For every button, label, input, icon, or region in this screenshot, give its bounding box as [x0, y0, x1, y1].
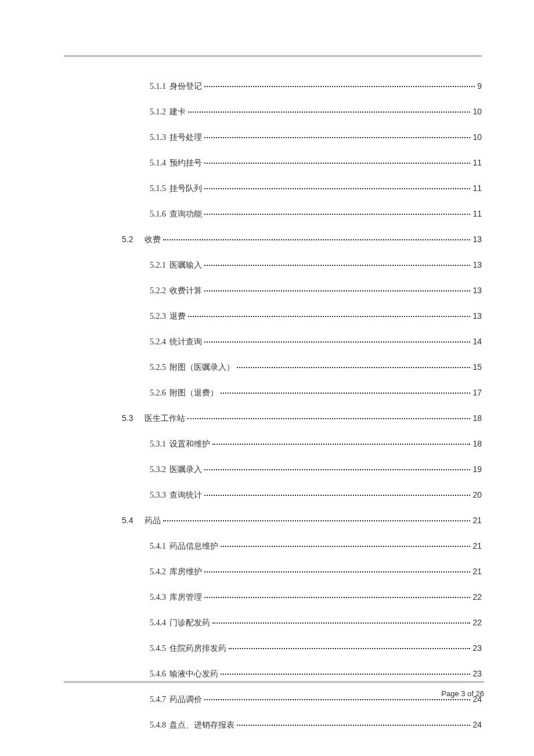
toc-entry-number: 5.4.6: [150, 669, 166, 679]
toc-entry-number: 5.4.3: [150, 593, 166, 602]
toc-leader-dots: [204, 214, 470, 215]
toc-leader-dots: [204, 137, 470, 138]
toc-leader-dots: [229, 648, 470, 649]
toc-entry[interactable]: 5.4药品21: [122, 516, 482, 526]
toc-entry-title: 盘点、进销存报表: [169, 720, 234, 730]
toc-entry-page: 22: [472, 618, 482, 627]
toc-entry[interactable]: 5.2.2收费计算13: [150, 286, 482, 296]
toc-entry-number: 5.1.2: [150, 107, 166, 117]
toc-leader-dots: [204, 495, 470, 496]
toc-entry-title: 设置和维护: [169, 439, 210, 449]
table-of-contents: 5.1.1身份登记95.1.2建卡105.1.3挂号处理105.1.4预约挂号1…: [64, 81, 482, 730]
toc-entry-number: 5.2.5: [150, 363, 166, 372]
toc-entry-page: 11: [472, 209, 482, 218]
header-divider: [64, 55, 482, 57]
toc-entry-number: 5.1.3: [150, 133, 166, 142]
toc-entry[interactable]: 5.4.6输液中心发药23: [150, 669, 482, 679]
toc-entry[interactable]: 5.1.3挂号处理10: [150, 132, 482, 143]
toc-leader-dots: [204, 571, 470, 573]
toc-entry[interactable]: 5.1.5挂号队列11: [150, 183, 482, 194]
toc-entry-number: 5.1.6: [150, 210, 166, 219]
toc-entry-title: 身份登记: [169, 81, 202, 92]
toc-entry[interactable]: 5.2.4统计查询14: [150, 337, 482, 347]
toc-entry-page: 11: [472, 183, 482, 193]
toc-entry[interactable]: 5.1.4预约挂号11: [150, 158, 482, 168]
toc-leader-dots: [204, 86, 475, 87]
toc-entry-page: 24: [472, 720, 482, 729]
toc-entry-title: 住院药房排发药: [169, 643, 226, 654]
toc-entry-title: 附图（医嘱录入）: [169, 362, 234, 373]
toc-entry-title: 门诊配发药: [169, 618, 210, 628]
toc-entry-title: 挂号队列: [169, 183, 202, 194]
toc-entry[interactable]: 5.2.5附图（医嘱录入）15: [150, 362, 482, 373]
toc-entry-page: 20: [472, 490, 482, 499]
toc-entry-page: 13: [472, 286, 482, 295]
toc-entry[interactable]: 5.3医生工作站18: [122, 413, 482, 424]
toc-entry-number: 5.1.5: [150, 184, 166, 193]
toc-entry-page: 22: [472, 592, 482, 602]
toc-leader-dots: [237, 367, 470, 368]
toc-entry-title: 库房维护: [169, 567, 202, 577]
toc-leader-dots: [163, 520, 470, 521]
toc-entry[interactable]: 5.2.6附图（退费）17: [150, 388, 482, 398]
toc-entry[interactable]: 5.3.1设置和维护18: [150, 439, 482, 449]
toc-entry-page: 17: [472, 388, 482, 397]
toc-entry[interactable]: 5.2.1医嘱输入13: [150, 260, 482, 271]
toc-entry-page: 18: [472, 413, 482, 423]
toc-entry-title: 医生工作站: [145, 413, 185, 424]
toc-leader-dots: [204, 265, 470, 266]
toc-entry[interactable]: 5.4.4门诊配发药22: [150, 618, 482, 628]
toc-entry-number: 5.3.3: [150, 491, 166, 500]
toc-entry-title: 药品: [145, 516, 161, 526]
page-container: 5.1.1身份登记95.1.2建卡105.1.3挂号处理105.1.4预约挂号1…: [64, 55, 482, 710]
toc-entry[interactable]: 5.1.2建卡10: [150, 107, 482, 117]
toc-leader-dots: [204, 341, 470, 343]
toc-entry-title: 挂号处理: [169, 132, 202, 143]
toc-entry-number: 5.3.2: [150, 465, 166, 474]
toc-entry-number: 5.4.7: [150, 695, 166, 704]
toc-entry-number: 5.4.2: [150, 567, 166, 577]
toc-entry-title: 输液中心发药: [169, 669, 218, 679]
toc-entry-number: 5.1.1: [150, 82, 166, 91]
toc-entry[interactable]: 5.1.1身份登记9: [150, 81, 482, 92]
toc-entry-number: 5.2.3: [150, 312, 166, 321]
toc-entry-number: 5.2.6: [150, 388, 166, 398]
toc-entry-number: 5.2: [122, 235, 133, 244]
toc-entry[interactable]: 5.3.3查询统计20: [150, 490, 482, 501]
toc-entry-page: 21: [472, 516, 482, 525]
toc-leader-dots: [204, 699, 470, 700]
toc-entry-number: 5.3.1: [150, 440, 166, 449]
toc-entry-page: 13: [472, 311, 482, 321]
toc-entry-page: 10: [472, 107, 482, 116]
toc-entry[interactable]: 5.4.3库房管理22: [150, 592, 482, 603]
toc-entry-page: 11: [472, 158, 482, 167]
toc-entry-title: 预约挂号: [169, 158, 202, 168]
toc-entry-number: 5.2.4: [150, 337, 166, 347]
toc-entry[interactable]: 5.1.6查询功能11: [150, 209, 482, 219]
toc-entry-page: 23: [472, 643, 482, 653]
toc-entry[interactable]: 5.4.5住院药房排发药23: [150, 643, 482, 654]
toc-leader-dots: [188, 316, 470, 317]
toc-leader-dots: [212, 622, 470, 624]
toc-leader-dots: [204, 469, 470, 470]
footer-divider: [64, 681, 484, 683]
toc-entry[interactable]: 5.3.2医嘱录入19: [150, 465, 482, 475]
toc-entry-title: 医嘱录入: [169, 465, 202, 475]
toc-entry-page: 23: [472, 669, 482, 678]
toc-entry[interactable]: 5.4.8盘点、进销存报表24: [150, 720, 482, 730]
toc-leader-dots: [221, 674, 470, 675]
toc-entry[interactable]: 5.4.1药品信息维护21: [150, 541, 482, 552]
toc-entry[interactable]: 5.2收费13: [122, 235, 482, 245]
toc-entry-number: 5.4.8: [150, 721, 166, 730]
toc-leader-dots: [163, 239, 470, 240]
toc-entry-title: 药品信息维护: [169, 541, 218, 552]
toc-entry-number: 5.4.1: [150, 542, 166, 551]
toc-entry-page: 9: [477, 81, 482, 91]
toc-entry[interactable]: 5.4.2库房维护21: [150, 567, 482, 577]
toc-entry-page: 13: [472, 260, 482, 269]
toc-entry[interactable]: 5.2.3退费13: [150, 311, 482, 322]
toc-entry-number: 5.4: [122, 516, 133, 525]
toc-leader-dots: [204, 597, 470, 598]
toc-entry-page: 14: [472, 337, 482, 346]
toc-entry[interactable]: 5.4.7药品调价24: [150, 694, 482, 705]
